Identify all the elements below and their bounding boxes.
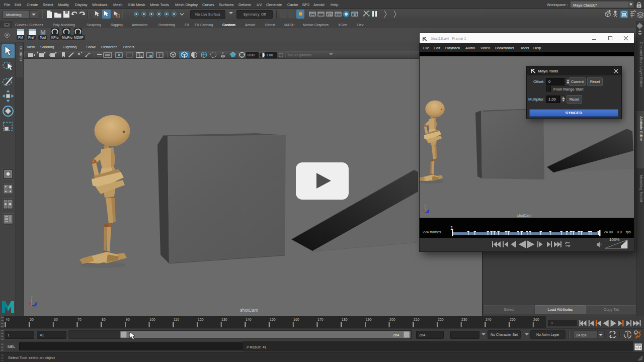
svg-text:180: 180: [342, 318, 348, 321]
svg-text:80: 80: [102, 318, 106, 321]
svg-text:fps: fps: [626, 230, 631, 234]
svg-text:210: 210: [414, 318, 420, 321]
svg-text:190: 190: [366, 318, 372, 321]
svg-text:60: 60: [54, 318, 58, 321]
svg-text:200: 200: [389, 318, 395, 321]
svg-text:140: 140: [246, 318, 252, 321]
svg-text:170: 170: [317, 318, 324, 321]
svg-text:260: 260: [533, 318, 539, 321]
svg-text:224 frames: 224 frames: [423, 230, 441, 234]
svg-text:50: 50: [30, 318, 34, 321]
svg-text:110: 110: [174, 318, 179, 321]
svg-text:1: 1: [450, 225, 453, 231]
svg-text:130: 130: [221, 318, 227, 321]
svg-text:0.0: 0.0: [617, 230, 622, 234]
svg-text:90: 90: [126, 318, 130, 321]
svg-text:100%: 100%: [609, 237, 619, 242]
svg-text:240: 240: [486, 318, 492, 321]
svg-text:70: 70: [77, 318, 82, 321]
svg-text:24.00: 24.00: [604, 230, 613, 234]
svg-text:shotCam: shotCam: [240, 308, 258, 313]
svg-text:40: 40: [6, 318, 10, 321]
svg-text:160: 160: [293, 318, 299, 321]
svg-text:250: 250: [510, 318, 516, 321]
svg-text:220: 220: [438, 318, 444, 321]
svg-text:100: 100: [149, 318, 155, 321]
svg-text:150: 150: [270, 318, 276, 321]
svg-text:IPR: IPR: [328, 14, 332, 17]
svg-text:120: 120: [198, 318, 204, 321]
svg-text:230: 230: [461, 318, 467, 321]
svg-text:shotCam: shotCam: [517, 214, 531, 217]
